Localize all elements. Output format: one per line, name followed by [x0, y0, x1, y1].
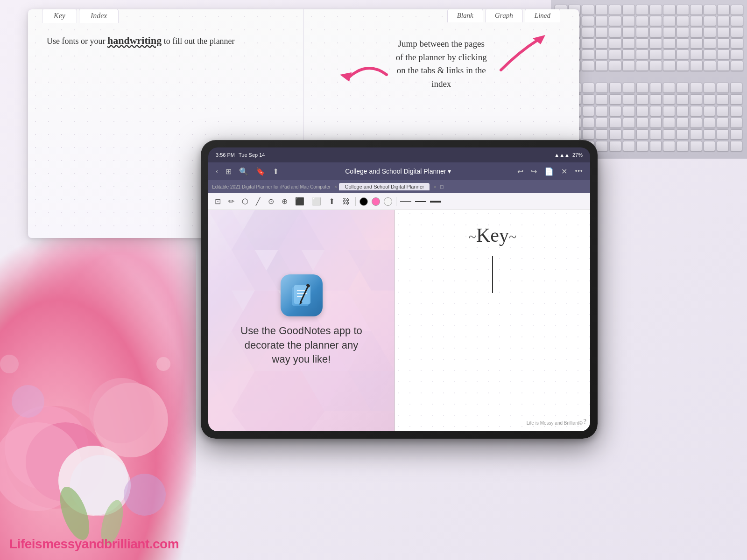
keyboard-key: [582, 27, 594, 37]
doc-tab-2[interactable]: College and School Digital Planner: [339, 183, 430, 190]
svg-point-5: [89, 378, 154, 443]
close-icon[interactable]: ✕: [559, 166, 569, 177]
keyboard-key: [730, 83, 742, 93]
pen-tool-icon[interactable]: ✏: [226, 196, 236, 207]
status-time: 3:56 PM: [216, 152, 235, 158]
link-tool-icon[interactable]: ⛓: [340, 196, 352, 207]
line-medium[interactable]: [415, 201, 426, 202]
keyboard-key: [622, 27, 635, 37]
keyboard-key: [636, 49, 648, 60]
lasso-tool-icon[interactable]: ⊙: [266, 196, 276, 207]
keyboard-key: [595, 27, 608, 37]
index-tab[interactable]: Index: [79, 9, 119, 23]
keyboard-key: [690, 49, 703, 60]
status-date: Tue Sep 14: [239, 152, 265, 158]
eraser-tool-icon[interactable]: ⬡: [240, 196, 250, 207]
grid-icon[interactable]: ⊞: [224, 166, 233, 177]
keyboard-key: [677, 118, 689, 128]
keyboard-key: [609, 129, 621, 140]
planner-text-normal-2: to fill out the planner: [164, 36, 235, 46]
keyboard-key: [677, 141, 689, 151]
keyboard-key: [677, 38, 689, 49]
undo-icon[interactable]: ↩: [515, 166, 525, 177]
crop-tool-icon[interactable]: ⊡: [213, 196, 223, 207]
lined-tab[interactable]: Lined: [525, 9, 560, 22]
keyboard-key: [690, 27, 703, 37]
help-icon[interactable]: ?: [584, 418, 586, 426]
keyboard-key: [690, 16, 703, 26]
svg-rect-34: [294, 285, 310, 304]
keyboard-key: [704, 129, 716, 140]
keyboard-key: [596, 118, 608, 128]
goodnotes-text-line2: decorate the planner any: [240, 338, 362, 353]
color-pink[interactable]: [372, 197, 380, 206]
keyboard-key: [609, 38, 621, 49]
keyboard-key: [717, 129, 729, 140]
keyboard-key: [582, 49, 594, 60]
keyboard-key: [690, 61, 703, 71]
keyboard-key: [717, 106, 729, 116]
goodnotes-text-line1: Use the GoodNotes app to: [240, 324, 362, 338]
doc-tab-close-2[interactable]: ×: [433, 184, 436, 189]
color-black[interactable]: [359, 197, 368, 206]
keyboard-key: [636, 141, 648, 151]
highlighter-tool-icon[interactable]: ╱: [254, 196, 262, 207]
svg-rect-33: [292, 287, 309, 306]
wifi-icon: ▲▲▲: [554, 152, 570, 158]
keyboard-key: [636, 129, 648, 140]
share-icon[interactable]: ⬆: [271, 166, 281, 177]
more-icon[interactable]: •••: [573, 166, 585, 176]
bookmark-icon[interactable]: 🔖: [254, 166, 267, 177]
keyboard-key: [609, 94, 621, 105]
svg-point-12: [156, 357, 170, 371]
image-tool-icon[interactable]: ⬜: [310, 196, 323, 207]
key-tab[interactable]: Key: [42, 9, 77, 23]
new-tab-icon[interactable]: □: [440, 184, 444, 189]
graph-tab[interactable]: Graph: [485, 9, 523, 22]
keyboard-key: [649, 61, 662, 71]
page-icon[interactable]: 📄: [543, 166, 556, 177]
keyboard-key: [649, 38, 662, 49]
keyboard-key: [704, 27, 716, 37]
insert-tool-icon[interactable]: ⬆: [327, 196, 337, 207]
keyboard-key: [730, 141, 742, 151]
keyboard-key: [609, 61, 621, 71]
goodnotes-panel: Use the GoodNotes app to decorate the pl…: [208, 210, 395, 431]
keyboard-key: [623, 106, 635, 116]
keyboard-key: [636, 118, 648, 128]
back-button[interactable]: ‹: [214, 166, 220, 176]
keyboard-key: [717, 83, 729, 93]
shape-tool-icon[interactable]: ⬛: [293, 196, 306, 207]
keyboard-key: [649, 16, 662, 26]
keyboard-key: [704, 16, 716, 26]
keyboard-key: [636, 106, 648, 116]
keyboard-key: [731, 49, 743, 60]
keyboard-key: [717, 61, 730, 71]
keyboard-key: [731, 5, 743, 15]
keyboard-key: [609, 5, 621, 15]
zoom-tool-icon[interactable]: ⊕: [280, 196, 289, 207]
color-white[interactable]: [384, 197, 392, 206]
redo-icon[interactable]: ↪: [529, 166, 539, 177]
line-thin[interactable]: [400, 201, 411, 202]
doc-tab-1[interactable]: Editable 2021 Digital Planner for iPad a…: [212, 184, 331, 189]
keyboard-key: [582, 38, 594, 49]
keyboard-key: [717, 94, 729, 105]
keyboard-key: [704, 141, 716, 151]
search-icon[interactable]: 🔍: [237, 166, 250, 177]
blank-tab[interactable]: Blank: [447, 9, 483, 22]
line-thick[interactable]: [430, 201, 441, 203]
keyboard-key: [677, 27, 689, 37]
keyboard-key: [717, 38, 730, 49]
keyboard-key: [609, 27, 621, 37]
keyboard-key: [690, 94, 702, 105]
keyboard-key: [704, 49, 716, 60]
keyboard-key: [690, 118, 702, 128]
keyboard-area: // Generate keyboard keys via inline scr…: [551, 0, 747, 159]
keyboard-key: [596, 94, 608, 105]
keyboard-key: [663, 16, 676, 26]
keyboard-key: [717, 5, 730, 15]
doc-tab-close-1[interactable]: ×: [334, 184, 337, 189]
keyboard-key: [731, 16, 743, 26]
keyboard-key: [623, 141, 635, 151]
